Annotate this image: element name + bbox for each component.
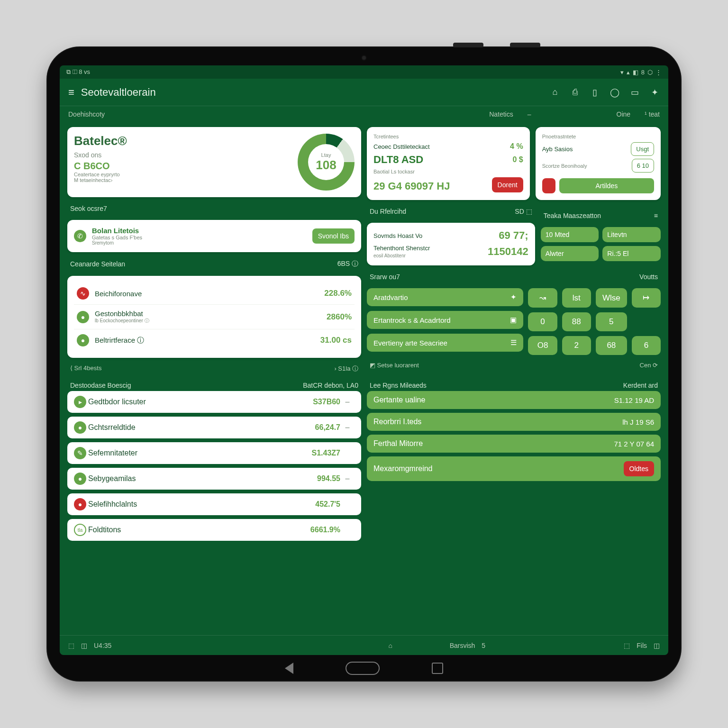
row-icon: ✎ [74, 447, 86, 459]
footer-bar: ⬚ ◫ U4:35 ⌂ Barsvish 5 ⬚ Fils ◫ [60, 635, 668, 655]
front-camera [361, 55, 367, 61]
section-label: Ceanarde Seitelan 6BS ⓘ [67, 258, 361, 270]
status-bar: ⧉ ◫ 8 vs ▾ ▴ ◧ 8 ⬡ ⋮ [60, 65, 668, 79]
app-title: Seotevaltloerain [81, 86, 543, 99]
row-icon: ● [74, 421, 86, 434]
grid-tile[interactable]: Alwter [541, 246, 599, 261]
collapse-icon[interactable]: – [528, 110, 531, 118]
grid-tile[interactable]: Litevtn [602, 227, 661, 242]
transactions-list: ▸Gedtbdor licsuterS37B60– ●Gchtsrreldtid… [67, 391, 361, 545]
status-icon: ● [77, 334, 89, 346]
hw-nav [285, 662, 443, 675]
metrics-list: ∿ Beichiforonave 228.6% ● Gestonbbkhbatl… [67, 276, 361, 358]
back-hw-icon[interactable] [285, 663, 293, 674]
grid-cell[interactable]: lst [562, 288, 591, 308]
articles-button[interactable]: Artildes [559, 178, 654, 193]
row-icon: ● [74, 473, 86, 485]
quick-action-card: ✆ Bolan Litetois Gatetas s Gads F'bes Sr… [67, 220, 361, 252]
tab-notices[interactable]: Natetics [489, 110, 513, 118]
footer-label: Barsvish [450, 642, 475, 649]
footer-files[interactable]: Fils [637, 642, 647, 649]
hero-tiny1: Ceatertace eypryrto [74, 172, 290, 177]
oldtes-button[interactable]: Oldtes [624, 461, 654, 476]
recent-hw-icon[interactable] [432, 663, 443, 674]
table-row[interactable]: Reorbrri I.tedslh J 19 S6 [367, 413, 661, 431]
hero-code: C B6CO [74, 161, 290, 172]
content: Batelec® Sxod ons C B6CO Ceatertace eypr… [60, 122, 668, 635]
list-item[interactable]: ∿ Beichiforonave 228.6% [74, 282, 355, 304]
footer-icon[interactable]: ⬚ [68, 642, 74, 649]
settings-icon[interactable]: ✦ [649, 87, 660, 98]
table-row[interactable]: ●Selefihhclalnts452.7'5 [67, 493, 361, 515]
grid-cell[interactable]: ↝ [528, 288, 557, 308]
stat-row[interactable]: Ertantrock s & Acadrtord▣ [367, 311, 523, 329]
stats-card-b: Pnoetrastntete Ayb SasiosUsgt Scortze Be… [536, 127, 661, 200]
donut-value: 108 [316, 158, 336, 172]
grid-cell[interactable]: 2 [562, 336, 591, 355]
stat-row[interactable]: Evertieny arte Seacriee☰ [367, 334, 523, 352]
tip-icon[interactable]: ◯ [610, 87, 620, 98]
tab-teat[interactable]: ¹ teat [645, 110, 660, 118]
home-icon[interactable]: ⌂ [389, 642, 392, 649]
list-footer: ⟨ Srl 4bests › S1la ⓘ [67, 364, 361, 374]
grid-cell[interactable]: 88 [562, 312, 591, 331]
grid-tile[interactable]: 10 Mted [541, 227, 599, 242]
grid-cell[interactable]: ↦ [632, 288, 661, 308]
row-icon: ● [74, 498, 86, 510]
list-item[interactable]: ● Beltrirtferace ⓘ 31.00 cs [74, 329, 355, 351]
stats-card-a: Tcretintees Ceoec Dsttileteckact4 % DLT8… [367, 127, 530, 200]
donut-chart: Ltay 108 [298, 134, 355, 191]
footer-count: 5 [482, 642, 485, 649]
phone-icon: ✆ [74, 230, 86, 242]
app-bar: ≡ Seotevaltloerain ⌂ ⎙ ▯ ◯ ▭ ✦ [60, 79, 668, 106]
row-icon: ▸ [74, 396, 86, 408]
status-left: ⧉ ◫ 8 vs [66, 68, 90, 76]
table-row[interactable]: ●Gchtsrreldtide66,24.7– [67, 417, 361, 438]
flag-icon[interactable] [542, 178, 555, 193]
tab-dashboard[interactable]: Doehishcoty [68, 110, 105, 118]
donut-label: Ltay [316, 152, 336, 158]
grid-cell[interactable]: 0 [528, 312, 557, 331]
hero-tiny2: M tetaeinhectac› [74, 177, 290, 183]
footer-icon[interactable]: ◫ [81, 642, 87, 649]
footer-icon[interactable]: ⬚ [624, 642, 630, 649]
hw-button [453, 43, 483, 47]
milestones-list: Gertante ualineS1.12 19 AD Reorbrri I.te… [367, 391, 661, 485]
table-row[interactable]: ✎SefemnitateterS1.43Z7 [67, 442, 361, 464]
row-icon: tla [74, 524, 86, 536]
section-label: Seok ocsre7 [67, 203, 361, 214]
status-right: ▾ ▴ ◧ 8 ⬡ ⋮ [620, 69, 662, 76]
hw-button [510, 43, 540, 47]
hero-title: Batelec® [74, 134, 290, 148]
headphones-icon[interactable]: ⌂ [550, 87, 560, 98]
hero-card: Batelec® Sxod ons C B6CO Ceatertace eypr… [67, 127, 361, 197]
table-row[interactable]: MexaromgmreindOldtes [367, 456, 661, 481]
grid-cell[interactable]: 68 [596, 336, 627, 355]
qa-title: Bolan Litetois [92, 227, 142, 235]
home-hw-icon[interactable] [346, 662, 380, 675]
dorent-button[interactable]: Dorent [492, 177, 523, 192]
list-item[interactable]: ● Gestonbbkhbatlb Eockochoepeontiner ⓘ 2… [74, 304, 355, 329]
footer-icon[interactable]: ◫ [654, 642, 660, 649]
qa-sub: Gatetas s Gads F'bes [92, 235, 142, 240]
status-icon: ∿ [77, 287, 89, 300]
tab-one[interactable]: Oine [617, 110, 631, 118]
grid-tile[interactable]: Ri.:5 El [602, 246, 661, 261]
menu-icon[interactable]: ≡ [68, 86, 74, 99]
printer-icon[interactable]: ⎙ [570, 87, 580, 98]
section-tabs: Doehishcoty Natetics – Oine ¹ teat [60, 106, 668, 122]
stat-row[interactable]: Aratdvartio✦ [367, 288, 523, 306]
grid-cell[interactable]: Wlse [596, 288, 627, 308]
table-row[interactable]: tlaFoldtitons6661.9% [67, 519, 361, 541]
table-row[interactable]: ▸Gedtbdor licsuterS37B60– [67, 391, 361, 413]
display-icon[interactable]: ▭ [629, 87, 640, 98]
footer-time: U4:35 [94, 642, 111, 649]
table-row[interactable]: ●Sebygeamilas994.55– [67, 468, 361, 490]
grid-cell[interactable]: O8 [528, 336, 557, 355]
table-row[interactable]: Gertante ualineS1.12 19 AD [367, 391, 661, 409]
grid-cell[interactable]: 5 [596, 312, 627, 331]
grid-cell[interactable]: 6 [632, 336, 661, 355]
svonol-button[interactable]: Svonol Ibs [312, 228, 355, 244]
table-row[interactable]: Ferthal Mitorre71 2 Y 07 64 [367, 435, 661, 453]
bookmark-icon[interactable]: ▯ [590, 87, 600, 98]
